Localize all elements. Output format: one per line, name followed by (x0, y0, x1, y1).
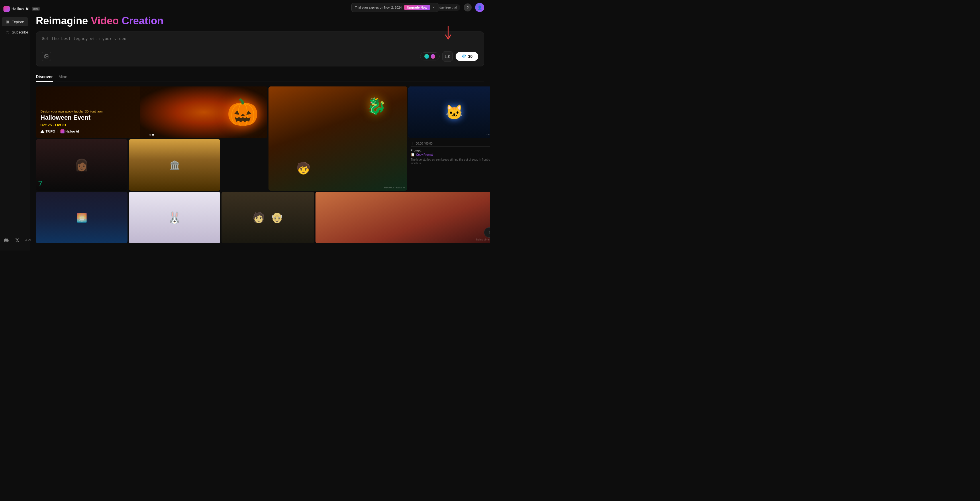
video-grid: 🎃 Design your own spook-tacular 3D front… (36, 86, 484, 243)
dot-1 (149, 134, 151, 136)
prompt-text: The blue stuffed screen keeps stirring t… (410, 158, 490, 165)
logo-separator: | (57, 130, 59, 133)
cat-watermark: • minimax (487, 133, 490, 136)
svg-marker-5 (40, 130, 45, 133)
cat-emoji: 🐱 (445, 104, 463, 120)
historical-video[interactable]: 🧑 👴 (221, 192, 314, 243)
cat-content: 🐱 (408, 86, 490, 138)
carousel-dots (149, 134, 154, 136)
sunset-video[interactable]: 🌅 (36, 192, 127, 243)
arrow-indicator (444, 26, 452, 42)
prompt-bottom: 💎 30 (42, 51, 478, 62)
subscribe-label: Subscribe (12, 30, 29, 34)
halloween-logos: TRIPO | Hailuo AI (40, 129, 103, 133)
logo-text: Hailuo (11, 6, 24, 11)
upgrade-button[interactable]: Upgrade Now (404, 5, 430, 10)
logo-icon (3, 6, 10, 12)
sidebar-item-subscribe[interactable]: ☆ Subscribe (2, 27, 28, 36)
gem-icon: 💎 (461, 54, 466, 59)
prompt-box: 💎 30 (36, 32, 484, 67)
avatar-placeholder: 👤 (477, 5, 482, 10)
desert-video[interactable]: 🏛️ (129, 139, 220, 191)
video-player-content: ⏸ 00:00 / 00:00 ⛶ Prompt: 📋 Copy Prompt … (408, 139, 490, 191)
halloween-banner[interactable]: 🎃 Design your own spook-tacular 3D front… (36, 86, 267, 138)
video-controls-row: ⏸ 00:00 / 00:00 ⛶ (410, 141, 490, 146)
title-video: Video (91, 15, 119, 27)
copy-icon: 📋 (410, 152, 415, 157)
help-button[interactable]: ? (464, 3, 472, 11)
halloween-date: Oct 25 - Oct 31 (40, 123, 103, 127)
dot-2 (152, 134, 154, 136)
video-time: 00:00 / 00:00 (416, 142, 433, 145)
prompt-right: 💎 30 (420, 51, 478, 62)
twitter-icon[interactable] (13, 236, 22, 245)
tripo-text: TRIPO (46, 130, 55, 133)
face-tech-video[interactable]: 👩🏾 7 (36, 139, 127, 191)
credits-display (420, 52, 439, 60)
tabs: Discover Mine (36, 72, 484, 82)
right-video-panel: 🐱 • minimax ⏸ 00:00 (408, 86, 490, 191)
camera-button[interactable] (442, 51, 453, 62)
prompt-input[interactable] (42, 36, 478, 46)
prompt-label: Prompt: (410, 149, 490, 152)
title-creation: Creation (121, 15, 163, 27)
tab-mine[interactable]: Mine (59, 72, 67, 82)
sidebar-bottom: API (0, 233, 34, 247)
dragon-video[interactable]: 🐉 🧒 MINIMAX • hailuo AI (269, 86, 407, 191)
blue-cat-video[interactable]: 🐱 • minimax (408, 86, 490, 138)
discord-icon[interactable] (2, 236, 11, 245)
hailuo-text-sm: Hailuo AI (65, 130, 79, 133)
trial-text: Trial plan expires on Nov. 2, 2024 (355, 6, 402, 9)
cards-icon (490, 89, 490, 97)
warm-video[interactable]: hailuo ai • minimax ↑ (315, 192, 490, 243)
explore-icon: ⊞ (6, 19, 9, 24)
logo-suffix: AI (25, 6, 30, 11)
user-avatar[interactable]: 👤 (475, 3, 484, 12)
main-area: Trial plan expires on Nov. 2, 2024 Upgra… (30, 0, 490, 251)
tab-discover[interactable]: Discover (36, 72, 53, 82)
svg-rect-4 (445, 55, 449, 58)
copy-prompt-btn[interactable]: Copy Prompt (416, 153, 433, 156)
title-reimagine: Reimagine (36, 15, 88, 27)
svg-point-3 (46, 55, 46, 56)
hero-title: Reimagine Video Creation (36, 15, 484, 27)
trial-banner: Trial plan expires on Nov. 2, 2024 Upgra… (351, 3, 438, 12)
content-area: Reimagine Video Creation (30, 15, 490, 251)
help-icon: ? (466, 5, 469, 10)
explore-label: Explore (11, 20, 24, 24)
header: Trial plan expires on Nov. 2, 2024 Upgra… (30, 0, 490, 15)
rabbit-video[interactable]: 🐰 (129, 192, 220, 243)
tripo-logo: TRIPO (40, 130, 55, 133)
pause-icon[interactable]: ⏸ (410, 141, 414, 146)
sidebar: Hailuo AI Beta ⊞ Explore ☆ Subscribe API (0, 0, 30, 251)
halloween-text-area: Design your own spook-tacular 3D front l… (40, 109, 103, 133)
prompt-section: Prompt: 📋 Copy Prompt The blue stuffed s… (410, 149, 490, 165)
halloween-title: Halloween Event (40, 114, 103, 121)
copy-prompt-row: 📋 Copy Prompt (410, 152, 490, 157)
generate-count: 30 (468, 54, 473, 59)
generate-button[interactable]: 💎 30 (456, 52, 478, 61)
subscribe-icon: ☆ (6, 30, 10, 34)
orb-icon (425, 54, 429, 59)
orb-icon2 (431, 54, 435, 59)
halloween-subtitle: Design your own spook-tacular 3D front l… (40, 109, 103, 113)
pumpkin-decoration: 🎃 (227, 97, 259, 127)
sidebar-item-explore[interactable]: ⊞ Explore (2, 17, 28, 26)
video-progress-bar[interactable] (410, 147, 490, 147)
close-banner-icon[interactable]: × (433, 5, 435, 10)
svg-point-0 (5, 7, 8, 11)
trial-label: 3-day free trial (437, 6, 457, 9)
hailuo-logo-small: Hailuo AI (60, 129, 79, 133)
video-player[interactable]: ⏸ 00:00 / 00:00 ⛶ Prompt: 📋 Copy Prompt … (408, 139, 490, 191)
image-upload-button[interactable] (42, 52, 51, 61)
